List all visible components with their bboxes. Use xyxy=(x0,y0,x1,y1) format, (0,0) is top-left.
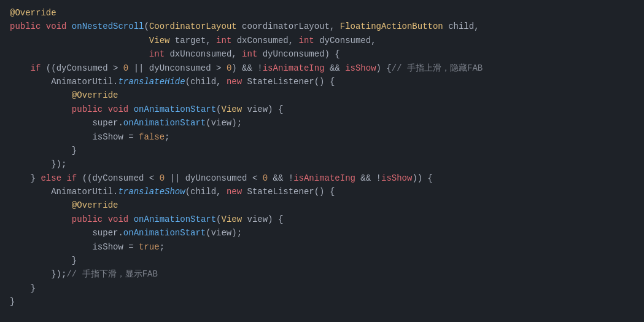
code-line-3: View target, int dxConsumed, int dyConsu… xyxy=(10,34,634,47)
code-line-11: } xyxy=(10,144,634,157)
code-line-15: @Override xyxy=(10,198,634,212)
code-line-21: } xyxy=(10,281,634,295)
code-line-12: }); xyxy=(10,157,634,171)
code-line-5: if ((dyConsumed > 0 || dyUnconsumed > 0)… xyxy=(10,61,634,75)
code-line-17: super.onAnimationStart(view); xyxy=(10,226,634,240)
code-line-6: AnimatorUtil.translateHide(child, new St… xyxy=(10,75,634,88)
code-editor: @Override public void onNestedScroll(Coo… xyxy=(0,0,644,322)
code-line-4: int dxUnconsumed, int dyUnconsumed) { xyxy=(10,47,634,61)
code-line-10: isShow = false; xyxy=(10,130,634,144)
code-line-14: AnimatorUtil.translateShow(child, new St… xyxy=(10,185,634,198)
code-line-8: public void onAnimationStart(View view) … xyxy=(10,103,634,116)
code-line-19: } xyxy=(10,254,634,267)
code-line-7: @Override xyxy=(10,88,634,102)
code-line-13: } else if ((dyConsumed < 0 || dyUnconsum… xyxy=(10,171,634,185)
code-line-1: @Override xyxy=(10,6,634,20)
code-line-18: isShow = true; xyxy=(10,240,634,254)
code-line-20: });// 手指下滑，显示FAB xyxy=(10,267,634,281)
code-line-9: super.onAnimationStart(view); xyxy=(10,116,634,130)
code-line-16: public void onAnimationStart(View view) … xyxy=(10,213,634,226)
annotation-1: @Override xyxy=(10,8,56,18)
code-line-2: public void onNestedScroll(CoordinatorLa… xyxy=(10,20,634,33)
code-line-22: } xyxy=(10,295,634,308)
